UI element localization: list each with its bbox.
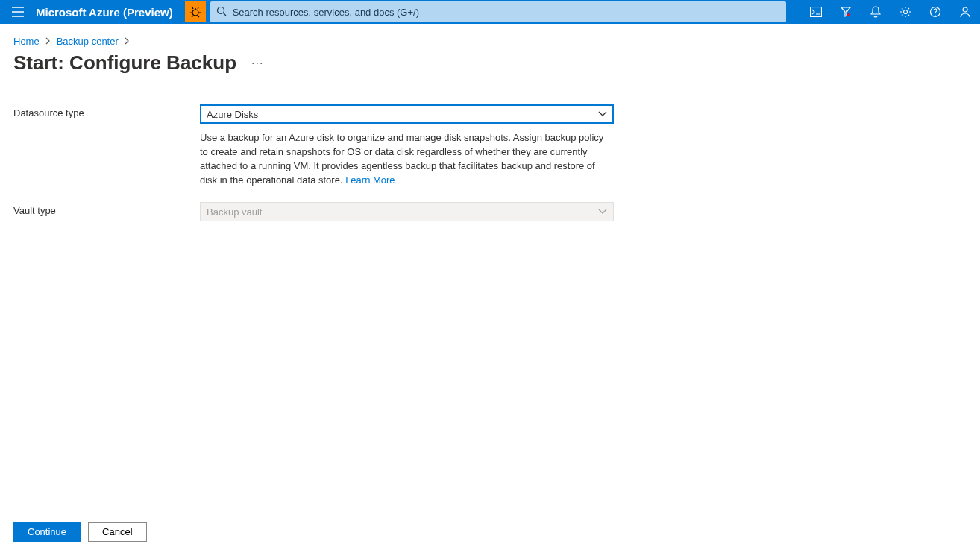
cloud-shell-icon (810, 7, 822, 17)
account-button[interactable] (950, 0, 980, 24)
chevron-down-icon (598, 111, 607, 117)
page-title-row: Start: Configure Backup ··· (13, 51, 967, 75)
cancel-button[interactable]: Cancel (88, 522, 146, 542)
breadcrumb-home[interactable]: Home (13, 36, 40, 47)
help-button[interactable] (920, 0, 950, 24)
datasource-help-text: Use a backup for an Azure disk to organi… (200, 131, 614, 187)
gear-icon (899, 6, 911, 18)
svg-point-4 (904, 10, 908, 14)
svg-point-6 (963, 7, 967, 12)
page-content: Home Backup center Start: Configure Back… (0, 24, 980, 513)
filter-icon (840, 6, 852, 18)
ellipsis-icon: ··· (251, 57, 263, 69)
footer-bar: Continue Cancel (0, 513, 980, 550)
datasource-type-row: Datasource type Azure Disks Use a backup… (13, 104, 967, 187)
breadcrumb-backup-center[interactable]: Backup center (57, 36, 119, 47)
top-icon-bar (801, 0, 980, 24)
page-title: Start: Configure Backup (13, 51, 236, 75)
search-input[interactable] (227, 7, 780, 18)
datasource-type-label: Datasource type (13, 104, 200, 118)
cloud-shell-button[interactable] (801, 0, 831, 24)
bell-icon (870, 6, 881, 18)
vault-type-select: Backup vault (200, 202, 614, 221)
continue-button[interactable]: Continue (13, 522, 81, 542)
search-icon (216, 6, 227, 19)
datasource-type-value: Azure Disks (207, 109, 258, 120)
chevron-right-icon (45, 37, 51, 46)
settings-button[interactable] (891, 0, 920, 24)
help-icon (929, 6, 941, 18)
notifications-button[interactable] (861, 0, 891, 24)
person-icon (959, 6, 971, 18)
svg-point-3 (847, 13, 850, 16)
vault-type-label: Vault type (13, 202, 200, 216)
learn-more-link[interactable]: Learn More (345, 174, 395, 186)
breadcrumb: Home Backup center (13, 36, 967, 47)
more-actions-button[interactable]: ··· (248, 54, 266, 73)
chevron-right-icon (125, 37, 130, 46)
directory-filter-button[interactable] (831, 0, 861, 24)
chevron-down-icon (598, 209, 607, 215)
brand-label[interactable]: Microsoft Azure (Preview) (36, 6, 185, 19)
svg-rect-2 (811, 7, 822, 17)
hamburger-menu[interactable] (0, 0, 36, 24)
vault-type-row: Vault type Backup vault (13, 202, 967, 221)
global-search[interactable] (210, 1, 786, 22)
preview-bug-button[interactable] (185, 1, 206, 22)
bug-icon (189, 6, 201, 18)
svg-point-0 (192, 10, 198, 16)
hamburger-icon (12, 7, 24, 17)
top-bar: Microsoft Azure (Preview) (0, 0, 980, 24)
datasource-type-select[interactable]: Azure Disks (200, 104, 614, 124)
vault-type-value: Backup vault (207, 206, 262, 218)
svg-point-1 (217, 7, 224, 13)
